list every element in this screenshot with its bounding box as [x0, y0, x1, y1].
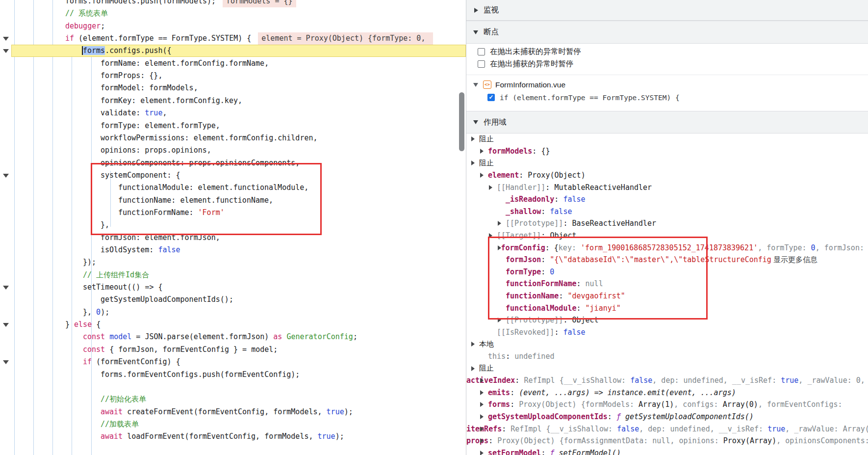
- code-token: debugger: [65, 22, 101, 30]
- code-line[interactable]: await loadFormEvent(formEventConfig, for…: [11, 430, 466, 443]
- chevron-down-icon[interactable]: [473, 83, 478, 87]
- scope-row-_shallow[interactable]: _shallow: false: [466, 206, 868, 218]
- scope-row-IsRevoked[interactable]: [[IsRevoked]]: false: [466, 326, 868, 339]
- code-line-current[interactable]: forms.configs.push({: [11, 45, 466, 57]
- chevron-down-icon[interactable]: [473, 30, 478, 34]
- code-line[interactable]: [11, 443, 466, 455]
- code-line[interactable]: });: [11, 256, 466, 268]
- fold-arrow-icon[interactable]: [3, 286, 9, 290]
- scope-variable-name: 本地: [479, 340, 494, 349]
- fold-arrow-icon[interactable]: [3, 49, 9, 53]
- scope-row-Prototype[interactable]: [[Prototype]]: BaseReactiveHandler: [466, 217, 868, 230]
- pause-on-caught-checkbox[interactable]: [478, 60, 485, 68]
- tree-expand-icon[interactable]: [480, 378, 484, 383]
- chevron-right-icon[interactable]: [474, 8, 478, 13]
- tree-expand-icon[interactable]: [498, 221, 501, 226]
- pause-on-uncaught-checkbox[interactable]: [478, 48, 485, 55]
- code-line[interactable]: // 上传组件Id集合: [11, 269, 466, 281]
- tree-expand-icon[interactable]: [480, 402, 484, 407]
- scope-row-itemRefs[interactable]: itemRefs: RefImpl {__v_isShallow: false,…: [466, 423, 868, 435]
- code-line[interactable]: formName: element.formConfig.formName,: [11, 57, 466, 70]
- code-token: const: [83, 332, 105, 341]
- scope-row-this[interactable]: this: undefined: [466, 350, 868, 363]
- code-line[interactable]: [11, 381, 466, 393]
- code-token: else: [74, 320, 92, 329]
- scope-row-props[interactable]: props: Proxy(Object) {formAssignmentData…: [466, 435, 868, 447]
- scope-row-section[interactable]: 阻止: [466, 133, 868, 145]
- fold-arrow-icon[interactable]: [3, 360, 9, 364]
- fold-arrow-icon[interactable]: [3, 174, 9, 178]
- editor-vertical-scrollbar[interactable]: [458, 0, 465, 455]
- show-more-link[interactable]: 显示更多信息: [771, 255, 817, 265]
- watch-section-header[interactable]: 监视: [466, 0, 868, 21]
- tree-expand-icon[interactable]: [480, 149, 484, 154]
- scope-value-token: Proxy(Object): [528, 171, 585, 180]
- code-token: formType: element.formType,: [101, 121, 220, 130]
- scope-row-getSystemUploadComponentIds[interactable]: getSystemUploadComponentIds: ƒ getSystem…: [466, 411, 868, 423]
- scope-section-header[interactable]: 作用域: [466, 111, 868, 134]
- scope-row-activeIndex[interactable]: activeIndex: RefImpl {__v_isShallow: fal…: [466, 375, 868, 387]
- pause-on-caught-row[interactable]: 在抛出捕获的异常时暂停: [466, 58, 868, 70]
- code-line[interactable]: //初始化表单: [11, 393, 466, 405]
- code-line[interactable]: formProps: {},: [11, 70, 466, 82]
- tree-expand-icon[interactable]: [480, 173, 484, 178]
- code-line[interactable]: forms.formModels.push(formModels);formMo…: [11, 0, 466, 7]
- fold-arrow-icon[interactable]: [3, 323, 9, 327]
- pause-on-uncaught-row[interactable]: 在抛出未捕获的异常时暂停: [466, 46, 868, 58]
- code-line[interactable]: validate: true,: [11, 107, 466, 119]
- code-token: { formJson, formEventConfig } = model;: [105, 345, 278, 354]
- scope-row-emits[interactable]: emits: (event, ...args) => instance.emit…: [466, 387, 868, 399]
- breakpoint-entry[interactable]: ✓ if (element.formType == FormType.SYSTE…: [466, 91, 868, 104]
- code-line[interactable]: isOldSystem: false: [11, 244, 466, 256]
- code-line[interactable]: formType: element.formType,: [11, 120, 466, 132]
- tree-expand-icon[interactable]: [480, 414, 484, 419]
- code-token: (formEventConfig) {: [92, 357, 180, 366]
- code-line[interactable]: forms.formEventConfigs.push(formEventCon…: [11, 369, 466, 381]
- code-line[interactable]: if (element.formType == FormType.SYSTEM)…: [11, 32, 466, 45]
- code-line[interactable]: debugger;: [11, 20, 466, 32]
- scope-value-token: false: [630, 376, 652, 385]
- code-line[interactable]: const { formJson, formEventConfig } = mo…: [11, 344, 466, 356]
- chevron-down-icon[interactable]: [473, 120, 478, 124]
- scope-row-formModels[interactable]: formModels: {}: [466, 145, 868, 158]
- scope-row-forms[interactable]: forms: Proxy(Object) {formModels: Array(…: [466, 399, 868, 411]
- code-token: {: [92, 320, 101, 329]
- scope-row-section[interactable]: 本地: [466, 338, 868, 350]
- fold-arrow-icon[interactable]: [3, 37, 9, 41]
- debugger-sidebar: 监视 断点 在抛出未捕获的异常时暂停 在抛出捕获的异常时暂停 <> FormIn…: [466, 0, 868, 455]
- code-line[interactable]: } else {: [11, 319, 466, 331]
- breakpoint-file-group[interactable]: <> FormInformation.vue: [466, 79, 868, 91]
- code-line[interactable]: // 系统表单: [11, 7, 466, 20]
- code-line[interactable]: opinions: props.opinions,: [11, 144, 466, 157]
- code-line[interactable]: getSystemUploadComponentIds();: [11, 294, 466, 306]
- scope-row-section[interactable]: 阻止: [466, 157, 868, 169]
- code-token: //加载表单: [101, 420, 139, 428]
- code-line[interactable]: workflowPermissions: element.formConfig.…: [11, 132, 466, 144]
- tree-expand-icon[interactable]: [480, 390, 484, 395]
- code-line[interactable]: //加载表单: [11, 418, 466, 430]
- code-line[interactable]: await createFormEvent(formEventConfig, f…: [11, 406, 466, 418]
- tree-expand-icon[interactable]: [471, 366, 475, 371]
- tree-expand-icon[interactable]: [471, 136, 475, 141]
- code-line[interactable]: if (formEventConfig) {: [11, 356, 466, 368]
- scope-row-section[interactable]: 阻止: [466, 362, 868, 375]
- code-line[interactable]: const model = JSON.parse(element.formJso…: [11, 331, 466, 343]
- scrollbar-thumb[interactable]: [459, 92, 464, 151]
- tree-expand-icon[interactable]: [489, 185, 492, 190]
- tree-expand-icon[interactable]: [480, 438, 484, 443]
- breakpoint-checkbox[interactable]: ✓: [487, 94, 495, 101]
- code-line[interactable]: formModel: formModels,: [11, 82, 466, 94]
- scope-row-setFormModel[interactable]: setFormModel: ƒ setFormModel(): [466, 447, 868, 455]
- tree-expand-icon[interactable]: [471, 161, 475, 165]
- scope-row-element[interactable]: element: Proxy(Object): [466, 169, 868, 182]
- code-line[interactable]: setTimeout(() => {: [11, 281, 466, 294]
- code-line[interactable]: formKey: element.formConfig.key,: [11, 95, 466, 107]
- tree-expand-icon[interactable]: [480, 427, 484, 431]
- scope-value-token: ƒ: [550, 449, 559, 455]
- scope-row-_isReadonly[interactable]: _isReadonly: false: [466, 193, 868, 206]
- breakpoints-section-header[interactable]: 断点: [466, 21, 868, 44]
- code-line[interactable]: }, 0);: [11, 306, 466, 319]
- tree-expand-icon[interactable]: [471, 342, 475, 347]
- tree-expand-icon[interactable]: [480, 451, 484, 455]
- scope-row-Handler[interactable]: [[Handler]]: MutableReactiveHandler: [466, 181, 868, 193]
